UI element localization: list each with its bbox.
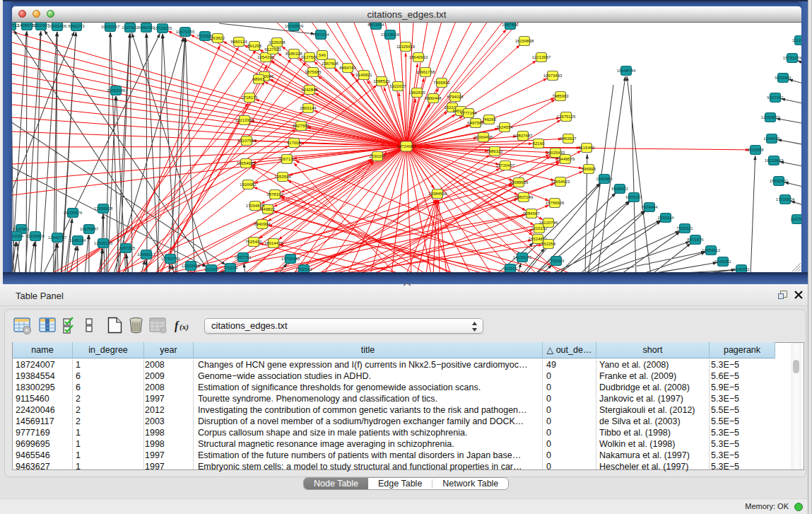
svg-text:20691406: 20691406 xyxy=(48,24,67,28)
svg-text:62160: 62160 xyxy=(533,141,545,146)
svg-text:16914479: 16914479 xyxy=(264,241,283,245)
svg-text:10671355: 10671355 xyxy=(176,30,195,34)
svg-text:9329966: 9329966 xyxy=(775,76,792,80)
svg-text:12213369: 12213369 xyxy=(235,118,254,122)
svg-text:8862273: 8862273 xyxy=(68,24,85,28)
svg-text:19384554: 19384554 xyxy=(428,192,447,196)
svg-text:2367608: 2367608 xyxy=(322,62,339,66)
svg-text:9115460: 9115460 xyxy=(579,146,596,150)
svg-text:8471676: 8471676 xyxy=(687,238,704,242)
svg-text:116753: 116753 xyxy=(790,217,801,221)
svg-text:546: 546 xyxy=(319,53,326,57)
svg-text:917006: 917006 xyxy=(287,141,302,145)
svg-text:12213967: 12213967 xyxy=(532,55,551,59)
svg-text:20053346: 20053346 xyxy=(107,88,126,93)
svg-text:9657791: 9657791 xyxy=(235,255,252,259)
svg-text:16782759: 16782759 xyxy=(161,257,180,261)
svg-text:7702342: 7702342 xyxy=(295,267,312,271)
svg-text:10719155: 10719155 xyxy=(153,26,172,30)
svg-text:1112415: 1112415 xyxy=(792,38,801,42)
svg-text:8940994: 8940994 xyxy=(254,222,271,226)
svg-text:13449579: 13449579 xyxy=(556,157,575,161)
svg-text:11325419: 11325419 xyxy=(396,45,416,49)
svg-text:10653267: 10653267 xyxy=(101,25,120,29)
svg-text:1588520: 1588520 xyxy=(373,79,390,83)
svg-text:10654112: 10654112 xyxy=(702,248,721,252)
svg-text:10975887: 10975887 xyxy=(80,227,99,231)
svg-text:7955812: 7955812 xyxy=(433,81,450,85)
svg-text:252254: 252254 xyxy=(541,242,556,246)
svg-text:10654985: 10654985 xyxy=(237,161,256,165)
svg-text:3875685: 3875685 xyxy=(305,70,322,74)
svg-text:15751074: 15751074 xyxy=(783,56,801,60)
svg-text:9146821: 9146821 xyxy=(355,73,372,77)
svg-text:2687682: 2687682 xyxy=(502,23,519,27)
svg-text:10973493: 10973493 xyxy=(543,74,563,78)
svg-text:3624554: 3624554 xyxy=(496,125,513,129)
svg-text:9660124: 9660124 xyxy=(230,40,247,44)
svg-text:923310: 923310 xyxy=(503,267,518,271)
svg-text:1145134: 1145134 xyxy=(70,238,87,243)
svg-text:18807249: 18807249 xyxy=(514,195,534,199)
svg-text:f: f xyxy=(175,320,180,332)
svg-text:7632621: 7632621 xyxy=(676,226,693,230)
svg-text:8427552: 8427552 xyxy=(293,124,310,128)
svg-text:9084067: 9084067 xyxy=(523,211,540,216)
svg-text:7986322: 7986322 xyxy=(486,149,503,153)
svg-text:17004678: 17004678 xyxy=(246,204,265,208)
svg-text:2803144: 2803144 xyxy=(300,106,317,110)
svg-text:1244415: 1244415 xyxy=(763,136,780,141)
svg-text:18640910: 18640910 xyxy=(409,55,428,59)
svg-text:903150: 903150 xyxy=(204,267,219,271)
svg-text:15756926: 15756926 xyxy=(546,201,565,205)
svg-text:3267130: 3267130 xyxy=(278,157,295,161)
svg-text:12923468: 12923468 xyxy=(182,264,201,268)
svg-text:1362615: 1362615 xyxy=(408,90,425,95)
svg-text:9674444: 9674444 xyxy=(641,205,658,209)
svg-text:9463627: 9463627 xyxy=(560,136,577,141)
svg-text:1054338: 1054338 xyxy=(257,55,274,59)
svg-text:14136141: 14136141 xyxy=(513,255,532,259)
svg-text:12505135: 12505135 xyxy=(94,241,113,245)
svg-text:2718176: 2718176 xyxy=(241,95,258,100)
svg-text:9127508: 9127508 xyxy=(301,55,318,59)
svg-text:9245052: 9245052 xyxy=(714,259,731,264)
svg-text:9127503: 9127503 xyxy=(264,47,281,52)
svg-text:7625402: 7625402 xyxy=(245,240,262,244)
svg-text:1733426: 1733426 xyxy=(548,259,565,263)
svg-text:15716485: 15716485 xyxy=(281,257,300,261)
svg-text:891295: 891295 xyxy=(247,44,262,48)
svg-text:1916682: 1916682 xyxy=(240,182,257,187)
svg-text:18724007: 18724007 xyxy=(396,144,416,148)
svg-text:7557224: 7557224 xyxy=(312,33,329,37)
svg-text:991594: 991594 xyxy=(12,234,24,238)
svg-text:10107554: 10107554 xyxy=(237,139,257,143)
svg-text:9242848: 9242848 xyxy=(301,88,318,92)
svg-text:1640955: 1640955 xyxy=(596,177,613,181)
svg-text:98961: 98961 xyxy=(253,77,265,81)
svg-text:8938923: 8938923 xyxy=(611,187,628,191)
svg-text:9245052: 9245052 xyxy=(733,267,750,271)
svg-text:13654923: 13654923 xyxy=(551,180,570,184)
svg-text:1353594: 1353594 xyxy=(274,175,291,179)
svg-text:3226058: 3226058 xyxy=(269,40,286,45)
svg-text:8215958: 8215958 xyxy=(747,148,764,152)
svg-text:16210643: 16210643 xyxy=(765,158,784,163)
svg-text:8454749: 8454749 xyxy=(339,66,356,70)
svg-text:17016504: 17016504 xyxy=(776,197,795,201)
svg-text:8186328: 8186328 xyxy=(286,52,302,56)
svg-text:3878312: 3878312 xyxy=(266,192,283,197)
svg-text:9227342: 9227342 xyxy=(767,95,784,100)
svg-text:1527602: 1527602 xyxy=(122,25,139,30)
svg-text:12093872: 12093872 xyxy=(761,115,780,119)
svg-text:1533901: 1533901 xyxy=(13,227,30,231)
svg-text:17359928: 17359928 xyxy=(94,206,113,211)
svg-text:8990448: 8990448 xyxy=(425,96,442,100)
svg-text:2933114: 2933114 xyxy=(658,216,675,220)
svg-text:770234: 770234 xyxy=(223,266,238,270)
svg-text:6879197: 6879197 xyxy=(625,195,642,199)
svg-text:12942737: 12942737 xyxy=(48,235,67,240)
svg-text:20364436: 20364436 xyxy=(474,135,493,139)
svg-text:(x): (x) xyxy=(180,322,189,332)
svg-text:9777169: 9777169 xyxy=(460,111,477,115)
